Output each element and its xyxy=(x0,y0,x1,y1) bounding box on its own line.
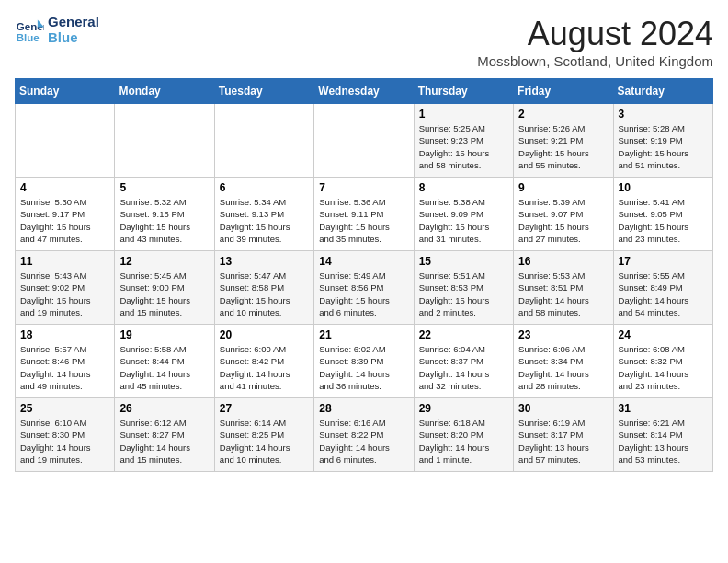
calendar-cell: 5Sunrise: 5:32 AM Sunset: 9:15 PM Daylig… xyxy=(115,178,214,251)
day-info: Sunrise: 5:39 AM Sunset: 9:07 PM Dayligh… xyxy=(518,196,608,245)
logo-line2: Blue xyxy=(48,30,99,46)
weekday-header-friday: Friday xyxy=(514,79,613,104)
day-number: 21 xyxy=(319,328,408,341)
calendar-cell xyxy=(115,104,214,178)
location-subtitle: Mossblown, Scotland, United Kingdom xyxy=(477,53,713,69)
calendar-cell xyxy=(314,104,414,178)
calendar-week-row: 25Sunrise: 6:10 AM Sunset: 8:30 PM Dayli… xyxy=(16,398,713,472)
logo: General Blue General Blue xyxy=(15,15,99,45)
day-number: 9 xyxy=(518,181,608,194)
calendar-table: SundayMondayTuesdayWednesdayThursdayFrid… xyxy=(15,78,713,472)
day-number: 15 xyxy=(419,255,508,268)
day-info: Sunrise: 6:16 AM Sunset: 8:22 PM Dayligh… xyxy=(319,417,408,465)
calendar-cell: 28Sunrise: 6:16 AM Sunset: 8:22 PM Dayli… xyxy=(314,398,414,472)
calendar-cell: 31Sunrise: 6:21 AM Sunset: 8:14 PM Dayli… xyxy=(613,398,712,472)
calendar-cell: 22Sunrise: 6:04 AM Sunset: 8:37 PM Dayli… xyxy=(414,325,513,398)
day-number: 10 xyxy=(619,181,708,194)
calendar-cell: 16Sunrise: 5:53 AM Sunset: 8:51 PM Dayli… xyxy=(514,251,613,325)
day-info: Sunrise: 5:25 AM Sunset: 9:23 PM Dayligh… xyxy=(419,122,508,171)
calendar-cell: 7Sunrise: 5:36 AM Sunset: 9:11 PM Daylig… xyxy=(314,178,414,251)
calendar-cell xyxy=(16,104,115,178)
weekday-header-wednesday: Wednesday xyxy=(314,79,414,104)
calendar-cell: 3Sunrise: 5:28 AM Sunset: 9:19 PM Daylig… xyxy=(613,104,712,178)
calendar-cell: 24Sunrise: 6:08 AM Sunset: 8:32 PM Dayli… xyxy=(613,325,712,398)
calendar-cell: 26Sunrise: 6:12 AM Sunset: 8:27 PM Dayli… xyxy=(115,398,214,472)
day-number: 13 xyxy=(220,255,309,268)
day-number: 1 xyxy=(419,108,508,121)
day-info: Sunrise: 6:00 AM Sunset: 8:42 PM Dayligh… xyxy=(220,343,309,392)
calendar-cell: 4Sunrise: 5:30 AM Sunset: 9:17 PM Daylig… xyxy=(16,178,115,251)
logo-icon: General Blue xyxy=(15,16,44,45)
day-number: 14 xyxy=(319,255,408,268)
day-info: Sunrise: 6:08 AM Sunset: 8:32 PM Dayligh… xyxy=(619,343,708,392)
day-number: 8 xyxy=(419,181,508,194)
day-info: Sunrise: 5:38 AM Sunset: 9:09 PM Dayligh… xyxy=(419,196,508,245)
page-header: General Blue General Blue August 2024 Mo… xyxy=(15,15,713,69)
logo-line1: General xyxy=(48,15,99,30)
day-info: Sunrise: 5:55 AM Sunset: 8:49 PM Dayligh… xyxy=(619,270,708,318)
day-info: Sunrise: 6:19 AM Sunset: 8:17 PM Dayligh… xyxy=(518,417,608,465)
weekday-header-thursday: Thursday xyxy=(414,79,513,104)
calendar-week-row: 4Sunrise: 5:30 AM Sunset: 9:17 PM Daylig… xyxy=(16,178,713,251)
title-block: August 2024 Mossblown, Scotland, United … xyxy=(477,15,713,69)
calendar-week-row: 1Sunrise: 5:25 AM Sunset: 9:23 PM Daylig… xyxy=(16,104,713,178)
day-info: Sunrise: 6:12 AM Sunset: 8:27 PM Dayligh… xyxy=(119,417,209,465)
calendar-week-row: 18Sunrise: 5:57 AM Sunset: 8:46 PM Dayli… xyxy=(16,325,713,398)
day-info: Sunrise: 6:02 AM Sunset: 8:39 PM Dayligh… xyxy=(319,343,408,392)
day-info: Sunrise: 5:47 AM Sunset: 8:58 PM Dayligh… xyxy=(220,270,309,318)
weekday-header-saturday: Saturday xyxy=(613,79,712,104)
day-number: 27 xyxy=(220,402,309,415)
calendar-cell: 19Sunrise: 5:58 AM Sunset: 8:44 PM Dayli… xyxy=(115,325,214,398)
day-number: 26 xyxy=(119,402,209,415)
calendar-cell: 13Sunrise: 5:47 AM Sunset: 8:58 PM Dayli… xyxy=(214,251,313,325)
day-info: Sunrise: 6:21 AM Sunset: 8:14 PM Dayligh… xyxy=(619,417,708,465)
day-number: 6 xyxy=(220,181,309,194)
day-info: Sunrise: 5:58 AM Sunset: 8:44 PM Dayligh… xyxy=(119,343,209,392)
day-number: 24 xyxy=(619,328,708,341)
calendar-cell: 8Sunrise: 5:38 AM Sunset: 9:09 PM Daylig… xyxy=(414,178,513,251)
day-number: 23 xyxy=(518,328,608,341)
day-info: Sunrise: 5:43 AM Sunset: 9:02 PM Dayligh… xyxy=(20,270,109,318)
calendar-cell: 11Sunrise: 5:43 AM Sunset: 9:02 PM Dayli… xyxy=(16,251,115,325)
day-number: 28 xyxy=(319,402,408,415)
day-info: Sunrise: 5:26 AM Sunset: 9:21 PM Dayligh… xyxy=(518,122,608,171)
calendar-cell: 21Sunrise: 6:02 AM Sunset: 8:39 PM Dayli… xyxy=(314,325,414,398)
day-info: Sunrise: 5:41 AM Sunset: 9:05 PM Dayligh… xyxy=(619,196,708,245)
day-number: 12 xyxy=(119,255,209,268)
calendar-cell: 1Sunrise: 5:25 AM Sunset: 9:23 PM Daylig… xyxy=(414,104,513,178)
day-number: 2 xyxy=(518,108,608,121)
month-year-title: August 2024 xyxy=(477,15,713,53)
day-info: Sunrise: 5:34 AM Sunset: 9:13 PM Dayligh… xyxy=(220,196,309,245)
day-info: Sunrise: 6:06 AM Sunset: 8:34 PM Dayligh… xyxy=(518,343,608,392)
calendar-cell: 15Sunrise: 5:51 AM Sunset: 8:53 PM Dayli… xyxy=(414,251,513,325)
calendar-cell: 27Sunrise: 6:14 AM Sunset: 8:25 PM Dayli… xyxy=(214,398,313,472)
day-number: 17 xyxy=(619,255,708,268)
day-info: Sunrise: 6:18 AM Sunset: 8:20 PM Dayligh… xyxy=(419,417,508,465)
day-info: Sunrise: 5:51 AM Sunset: 8:53 PM Dayligh… xyxy=(419,270,508,318)
day-info: Sunrise: 5:36 AM Sunset: 9:11 PM Dayligh… xyxy=(319,196,408,245)
day-number: 30 xyxy=(518,402,608,415)
calendar-cell: 18Sunrise: 5:57 AM Sunset: 8:46 PM Dayli… xyxy=(16,325,115,398)
svg-text:Blue: Blue xyxy=(17,31,40,42)
day-number: 19 xyxy=(119,328,209,341)
calendar-cell: 29Sunrise: 6:18 AM Sunset: 8:20 PM Dayli… xyxy=(414,398,513,472)
weekday-header-row: SundayMondayTuesdayWednesdayThursdayFrid… xyxy=(16,79,713,104)
day-info: Sunrise: 5:32 AM Sunset: 9:15 PM Dayligh… xyxy=(119,196,209,245)
weekday-header-sunday: Sunday xyxy=(16,79,115,104)
calendar-cell: 12Sunrise: 5:45 AM Sunset: 9:00 PM Dayli… xyxy=(115,251,214,325)
calendar-cell: 23Sunrise: 6:06 AM Sunset: 8:34 PM Dayli… xyxy=(514,325,613,398)
calendar-cell: 2Sunrise: 5:26 AM Sunset: 9:21 PM Daylig… xyxy=(514,104,613,178)
calendar-week-row: 11Sunrise: 5:43 AM Sunset: 9:02 PM Dayli… xyxy=(16,251,713,325)
day-number: 3 xyxy=(619,108,708,121)
day-info: Sunrise: 6:14 AM Sunset: 8:25 PM Dayligh… xyxy=(220,417,309,465)
calendar-cell: 9Sunrise: 5:39 AM Sunset: 9:07 PM Daylig… xyxy=(514,178,613,251)
day-info: Sunrise: 5:53 AM Sunset: 8:51 PM Dayligh… xyxy=(518,270,608,318)
calendar-cell: 17Sunrise: 5:55 AM Sunset: 8:49 PM Dayli… xyxy=(613,251,712,325)
day-number: 5 xyxy=(119,181,209,194)
calendar-cell: 25Sunrise: 6:10 AM Sunset: 8:30 PM Dayli… xyxy=(16,398,115,472)
day-number: 25 xyxy=(20,402,109,415)
day-number: 31 xyxy=(619,402,708,415)
day-info: Sunrise: 6:04 AM Sunset: 8:37 PM Dayligh… xyxy=(419,343,508,392)
day-number: 18 xyxy=(20,328,109,341)
calendar-cell xyxy=(214,104,313,178)
